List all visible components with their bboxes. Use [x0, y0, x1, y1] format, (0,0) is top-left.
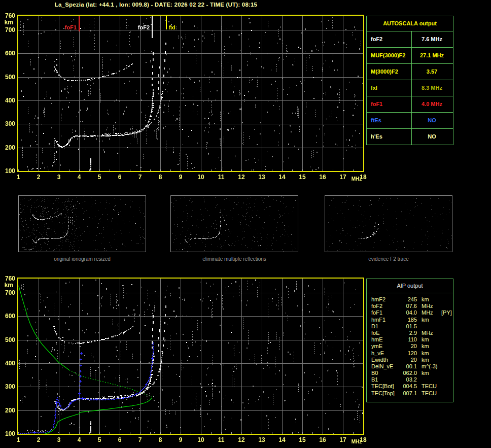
aip-row-B1: B103.2 [367, 376, 453, 383]
row-unit [417, 323, 439, 330]
row-label: h_vE [371, 350, 400, 357]
autoscala-table-title: AUTOSCALA output [367, 16, 453, 31]
row-extra [439, 296, 453, 303]
row-label: D1 [371, 323, 400, 330]
row-value: 03.2 [400, 376, 417, 383]
row-unit: km [417, 343, 439, 350]
autoscala-row-hEs: h'EsNO [367, 129, 453, 145]
row-label: M(3000)F2 [367, 64, 412, 80]
row-label: Ewidth [371, 357, 400, 363]
row-extra [439, 317, 453, 323]
row-extra [439, 303, 453, 309]
row-value: NO [412, 113, 452, 128]
row-unit: TECU [417, 390, 439, 397]
aip-output-table: AIP outputhmF2245kmfoF207.6MHzfoF104.0MH… [366, 279, 453, 402]
row-unit: MHz [417, 330, 439, 336]
row-extra [439, 323, 453, 330]
row-value: 3.57 [412, 64, 452, 80]
aip-row-Ewidth: Ewidth20km [367, 357, 453, 363]
aip-row-TECBot: TEC[Bot]004.5TECU [367, 383, 453, 390]
row-extra [439, 336, 453, 343]
row-label: MUF(3000)F2 [367, 48, 412, 63]
aip-table-title: AIP output [367, 279, 453, 293]
bottom-profile-plot [0, 274, 370, 448]
panel-evidence-f2-trace [325, 195, 452, 252]
row-value: 07.6 [400, 303, 417, 309]
row-unit: TECU [417, 383, 439, 390]
autoscala-row-M3000F2: M(3000)F23.57 [367, 64, 453, 80]
row-label: TEC[Top] [371, 390, 400, 397]
aip-row-DelNvE: DelN_vE00.1m^(-3) [367, 363, 453, 370]
row-label: TEC[Bot] [371, 383, 400, 390]
panel-eliminate-reflections [170, 195, 298, 252]
panel-caption-original: original ionogram resized [18, 256, 146, 262]
row-unit [417, 376, 439, 383]
row-extra: [PY] [439, 309, 453, 316]
autoscala-row-foF2: foF27.6 MHz [367, 31, 453, 48]
autoscala-row-fxI: fxI8.3 MHz [367, 80, 453, 96]
aip-row-foE: foE2.9MHz [367, 330, 453, 336]
row-value: NO [412, 129, 452, 145]
aip-row-hmF2: hmF2245km [367, 296, 453, 303]
row-value: 185 [400, 317, 417, 323]
row-extra [439, 383, 453, 390]
aip-row-hmE: hmE110km [367, 336, 453, 343]
row-value: 7.6 MHz [412, 31, 452, 47]
row-value: 20 [400, 343, 417, 350]
panel-original-ionogram [18, 195, 146, 252]
row-label: hmF2 [371, 296, 400, 303]
row-extra [439, 343, 453, 350]
row-unit: km [417, 317, 439, 323]
row-extra [439, 376, 453, 383]
aip-row-foF2: foF207.6MHz [367, 303, 453, 309]
row-unit: MHz [417, 309, 439, 316]
autoscala-output-table: AUTOSCALA outputfoF27.6 MHzMUF(3000)F227… [366, 16, 453, 145]
row-label: h'Es [367, 129, 412, 145]
top-ionogram-plot [0, 11, 370, 188]
row-value: 004.5 [400, 383, 417, 390]
row-label: DelN_vE [371, 363, 400, 370]
autoscala-output-screen: La_Spezia (lat: +44.1 , lon: 009.8) - DA… [0, 0, 491, 448]
row-label: foF1 [367, 96, 412, 112]
row-unit: km [417, 296, 439, 303]
aip-row-hmF1: hmF1185km [367, 317, 453, 323]
row-value: 245 [400, 296, 417, 303]
row-unit: km [417, 370, 439, 376]
row-value: 2.9 [400, 330, 417, 336]
row-extra [439, 390, 453, 397]
row-value: 110 [400, 336, 417, 343]
page-title: La_Spezia (lat: +44.1 , lon: 009.8) - DA… [10, 2, 302, 8]
row-extra [439, 357, 453, 363]
row-label: fxI [367, 80, 412, 96]
panel-caption-evidence: evidence F2 trace [325, 256, 452, 262]
autoscala-row-foF1: foF14.0 MHz [367, 96, 453, 113]
row-label: foE [371, 330, 400, 336]
aip-row-ymE: ymE20km [367, 343, 453, 350]
row-extra [439, 350, 453, 357]
aip-row-foF1: foF104.0MHz[PY] [367, 309, 453, 316]
row-label: hmF1 [371, 317, 400, 323]
aip-row-hvE: h_vE120km [367, 350, 453, 357]
row-value: 04.0 [400, 309, 417, 316]
panel-caption-eliminate: eliminate multiple reflections [170, 256, 298, 262]
aip-row-D1: D101.5 [367, 323, 453, 330]
row-label: B1 [371, 376, 400, 383]
row-value: 00.1 [400, 363, 417, 370]
row-label: ftEs [367, 113, 412, 128]
autoscala-row-MUF3000F2: MUF(3000)F227.1 MHz [367, 48, 453, 64]
row-value: 007.1 [400, 390, 417, 397]
row-label: B0 [371, 370, 400, 376]
row-value: 20 [400, 357, 417, 363]
row-value: 8.3 MHz [412, 80, 452, 96]
row-label: ymE [371, 343, 400, 350]
row-unit: km [417, 336, 439, 343]
row-value: 120 [400, 350, 417, 357]
row-unit: MHz [417, 303, 439, 309]
row-label: foF2 [367, 31, 412, 47]
aip-row-B0: B0062.0km [367, 370, 453, 376]
row-extra [439, 330, 453, 336]
row-extra [439, 370, 453, 376]
row-value: 27.1 MHz [412, 48, 452, 63]
row-extra [439, 363, 453, 370]
row-label: foF2 [371, 303, 400, 309]
